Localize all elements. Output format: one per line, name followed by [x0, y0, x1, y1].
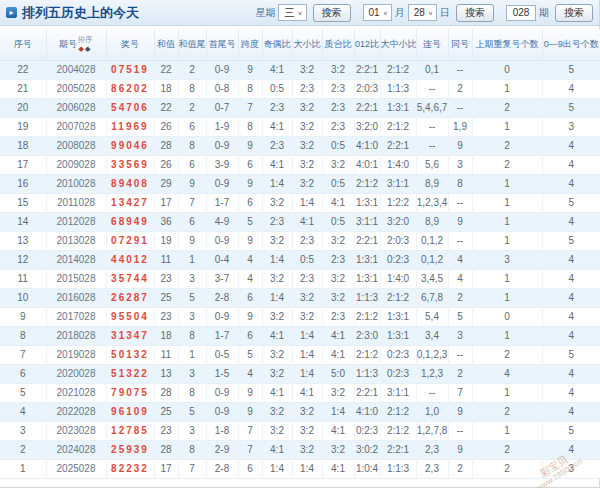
cell-first-last: 4-9 — [206, 212, 238, 231]
cell-repeat-count: 1 — [472, 288, 542, 307]
cell-big-mid-small: 0:2:3 — [380, 364, 416, 383]
table-row: 10 2016028 26287 25 5 2-8 6 1:4 3:2 3:2 … — [0, 288, 600, 307]
col-first-last: 首尾号 — [206, 29, 238, 60]
cell-issue: 2016028 — [46, 288, 106, 307]
cell-big-small: 3:2 — [292, 288, 322, 307]
cell-prime-composite: 3:2 — [322, 383, 354, 402]
cell-sum: 23 — [154, 307, 178, 326]
cell-012: 2:1:2 — [354, 307, 380, 326]
cell-issue: 2022028 — [46, 402, 106, 421]
sort-desc-icon[interactable]: ◆ — [85, 45, 91, 52]
cell-sum: 19 — [154, 231, 178, 250]
cell-prize-number: 35744 — [106, 269, 154, 288]
week-label: 星期 — [255, 6, 275, 20]
cell-012: 1:1:3 — [354, 288, 380, 307]
cell-sum-tail: 1 — [178, 345, 206, 364]
cell-prize-number: 86202 — [106, 79, 154, 98]
cell-serial: 17 — [0, 155, 46, 174]
cell-012: 2:1:2 — [354, 174, 380, 193]
cell-digit-count: 3 — [542, 459, 600, 478]
cell-big-small: 0:5 — [292, 250, 322, 269]
cell-repeat-count: 1 — [472, 174, 542, 193]
date-search-group: 01 ∨ 月 28 ∨ 日 搜索 — [363, 4, 495, 22]
cell-sum-tail: 8 — [178, 440, 206, 459]
cell-span: 6 — [238, 459, 262, 478]
cell-sum: 17 — [154, 193, 178, 212]
day-select[interactable]: 28 ∨ — [408, 4, 437, 21]
cell-prize-number: 95504 — [106, 307, 154, 326]
cell-consecutive: 5,4 — [416, 307, 448, 326]
cell-digit-count: 4 — [542, 174, 600, 193]
cell-first-last: 1-8 — [206, 421, 238, 440]
cell-prime-composite: 2:3 — [322, 79, 354, 98]
cell-repeat-count: 3 — [472, 250, 542, 269]
day-select-value: 28 — [414, 7, 425, 18]
cell-sum-tail: 3 — [178, 269, 206, 288]
cell-odd-even: 2:3 — [262, 98, 292, 117]
cell-span: 9 — [238, 383, 262, 402]
col-big-mid-small: 大中小比 — [380, 29, 416, 60]
cell-odd-even: 3:2 — [262, 231, 292, 250]
cell-prize-number: 99046 — [106, 136, 154, 155]
cell-digit-count: 4 — [542, 269, 600, 288]
cell-repeat-count: 2 — [472, 136, 542, 155]
date-search-button[interactable]: 搜索 — [456, 4, 494, 22]
cell-consecutive: -- — [416, 79, 448, 98]
cell-big-small: 3:2 — [292, 174, 322, 193]
cell-012: 2:2:1 — [354, 60, 380, 79]
cell-consecutive: 2,3 — [416, 459, 448, 478]
cell-serial: 15 — [0, 193, 46, 212]
cell-repeat-count: 2 — [472, 155, 542, 174]
cell-repeat-count: 0 — [472, 307, 542, 326]
cell-span: 9 — [238, 307, 262, 326]
cell-012: 4:1:0 — [354, 136, 380, 155]
cell-consecutive: 3,4 — [416, 326, 448, 345]
cell-issue: 2018028 — [46, 326, 106, 345]
cell-sum-tail: 6 — [178, 212, 206, 231]
cell-odd-even: 1:4 — [262, 288, 292, 307]
cell-012: 1:3:1 — [354, 250, 380, 269]
cell-issue: 2007028 — [46, 117, 106, 136]
cell-span: 8 — [238, 79, 262, 98]
cell-big-mid-small: 1:3:1 — [380, 307, 416, 326]
issue-sort-control[interactable]: 排序 ◆◆ — [77, 36, 93, 53]
cell-prize-number: 33569 — [106, 155, 154, 174]
cell-prize-number: 51322 — [106, 364, 154, 383]
cell-big-small: 2:3 — [292, 79, 322, 98]
cell-big-mid-small: 1:1:3 — [380, 79, 416, 98]
issue-search-button[interactable]: 搜索 — [555, 4, 593, 22]
cell-same: 8 — [448, 174, 472, 193]
cell-odd-even: 4:1 — [262, 155, 292, 174]
week-select[interactable]: 三 ∨ — [278, 4, 306, 21]
cell-big-mid-small: 2:1:2 — [380, 117, 416, 136]
cell-big-small: 3:2 — [292, 117, 322, 136]
month-select[interactable]: 01 ∨ — [363, 4, 392, 21]
cell-sum: 17 — [154, 459, 178, 478]
cell-span: 6 — [238, 193, 262, 212]
cell-digit-count: 5 — [542, 60, 600, 79]
cell-consecutive: -- — [416, 136, 448, 155]
cell-odd-even: 3:2 — [262, 307, 292, 326]
cell-consecutive: 8,9 — [416, 212, 448, 231]
cell-prime-composite: 3:2 — [322, 269, 354, 288]
week-search-button[interactable]: 搜索 — [313, 4, 351, 22]
cell-prize-number: 82232 — [106, 459, 154, 478]
cell-first-last: 1-7 — [206, 193, 238, 212]
cell-sum: 25 — [154, 402, 178, 421]
cell-repeat-count: 1 — [472, 383, 542, 402]
cell-big-small: 4:1 — [292, 383, 322, 402]
month-label: 月 — [395, 6, 405, 20]
cell-sum: 23 — [154, 421, 178, 440]
cell-sum-tail: 2 — [178, 60, 206, 79]
sort-label: 排序 — [78, 36, 93, 43]
cell-big-small: 3:2 — [292, 98, 322, 117]
cell-issue: 2011028 — [46, 193, 106, 212]
issue-input[interactable] — [506, 5, 536, 21]
table-row: 2 2024028 25939 28 8 2-9 7 4:1 3:2 3:2 3… — [0, 440, 600, 459]
table-row: 18 2008028 99046 28 8 0-9 9 2:3 3:2 0:5 … — [0, 136, 600, 155]
cell-012: 1:0:4 — [354, 459, 380, 478]
cell-issue: 2005028 — [46, 79, 106, 98]
cell-012: 4:1:0 — [354, 402, 380, 421]
cell-span: 4 — [238, 364, 262, 383]
page: ▸ 排列五历史上的今天 星期 三 ∨ 搜索 01 ∨ 月 28 ∨ — [0, 0, 600, 488]
